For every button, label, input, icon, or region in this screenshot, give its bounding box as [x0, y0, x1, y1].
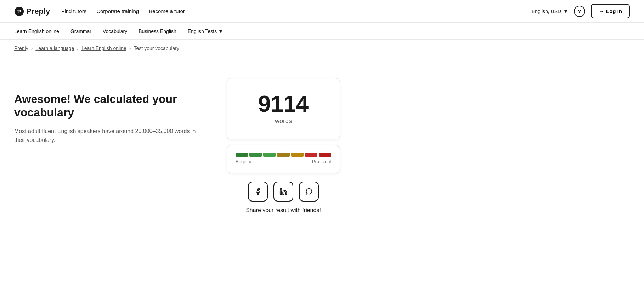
level-card: ↓ Beginner Proficient — [227, 145, 340, 173]
score-label: words — [248, 117, 318, 125]
breadcrumb: Preply › Learn a language › Learn Englis… — [0, 40, 644, 57]
result-description: Most adult fluent English speakers have … — [14, 127, 198, 145]
bar-segment-6 — [305, 153, 317, 157]
main-nav: Find tutors Corporate training Become a … — [61, 8, 185, 15]
preply-logo-icon — [14, 6, 24, 16]
whatsapp-share-button[interactable] — [299, 182, 319, 202]
lang-selector-text: English, USD — [532, 9, 561, 14]
linkedin-share-button[interactable] — [273, 182, 293, 202]
breadcrumb-preply[interactable]: Preply — [14, 45, 28, 51]
breadcrumb-separator-2: › — [77, 45, 79, 51]
secondary-nav-english-tests[interactable]: English Tests ▼ — [188, 28, 223, 34]
secondary-nav: Learn English online Grammar Vocabulary … — [0, 23, 644, 40]
bar-segment-3 — [263, 153, 276, 157]
social-share: Share your result with friends! — [227, 179, 340, 214]
score-number: 9114 — [248, 93, 318, 115]
help-icon: ? — [578, 9, 581, 14]
secondary-nav-grammar[interactable]: Grammar — [70, 28, 91, 34]
bar-labels: Beginner Proficient — [236, 159, 331, 164]
bar-label-beginner: Beginner — [236, 159, 254, 164]
header-right: English, USD ▼ ? → Log In — [532, 4, 630, 18]
login-icon: → — [599, 8, 604, 14]
chevron-down-icon: ▼ — [218, 28, 223, 34]
bar-segment-2 — [249, 153, 262, 157]
score-card: 9114 words — [227, 78, 340, 139]
bar-segment-4 — [277, 153, 289, 157]
left-section: Awesome! We calculated your vocabulary M… — [14, 78, 198, 214]
bar-container: ↓ Beginner Proficient — [236, 153, 331, 164]
secondary-nav-vocabulary[interactable]: Vocabulary — [103, 28, 127, 34]
breadcrumb-separator-1: › — [31, 45, 33, 51]
secondary-nav-learn-english[interactable]: Learn English online — [14, 28, 59, 34]
logo-text: Preply — [26, 7, 50, 16]
login-label: Log In — [606, 8, 622, 14]
whatsapp-icon — [305, 188, 313, 195]
nav-become-tutor[interactable]: Become a tutor — [149, 8, 185, 14]
header-left: Preply Find tutors Corporate training Be… — [14, 6, 185, 16]
breadcrumb-current: Test your vocabulary — [134, 45, 179, 51]
help-button[interactable]: ? — [574, 6, 585, 17]
main-content: Awesome! We calculated your vocabulary M… — [0, 57, 496, 228]
breadcrumb-learn-language[interactable]: Learn a language — [35, 45, 74, 51]
right-section: 9114 words ↓ Beginner Proficient — [227, 78, 340, 214]
facebook-share-button[interactable] — [248, 182, 268, 202]
header: Preply Find tutors Corporate training Be… — [0, 0, 644, 23]
breadcrumb-separator-3: › — [129, 45, 131, 51]
bar-segment-7 — [319, 153, 331, 157]
social-buttons — [248, 182, 319, 202]
facebook-icon — [254, 188, 262, 195]
secondary-nav-business-english[interactable]: Business English — [139, 28, 176, 34]
logo[interactable]: Preply — [14, 6, 50, 16]
bar-segment-1 — [236, 153, 248, 157]
svg-point-2 — [280, 188, 282, 190]
level-arrow-icon: ↓ — [286, 145, 288, 152]
linkedin-icon — [279, 188, 287, 195]
breadcrumb-learn-english-online[interactable]: Learn English online — [81, 45, 126, 51]
language-selector[interactable]: English, USD ▼ — [532, 9, 568, 14]
share-text: Share your result with friends! — [246, 207, 321, 214]
bar-segments — [236, 153, 331, 157]
svg-rect-1 — [280, 191, 282, 194]
login-button[interactable]: → Log In — [591, 4, 630, 18]
chevron-down-icon: ▼ — [563, 9, 568, 14]
svg-point-0 — [15, 6, 24, 16]
bar-segment-5 — [291, 153, 304, 157]
nav-corporate-training[interactable]: Corporate training — [96, 8, 139, 14]
nav-find-tutors[interactable]: Find tutors — [61, 8, 86, 14]
result-title: Awesome! We calculated your vocabulary — [14, 92, 198, 120]
bar-label-proficient: Proficient — [312, 159, 331, 164]
